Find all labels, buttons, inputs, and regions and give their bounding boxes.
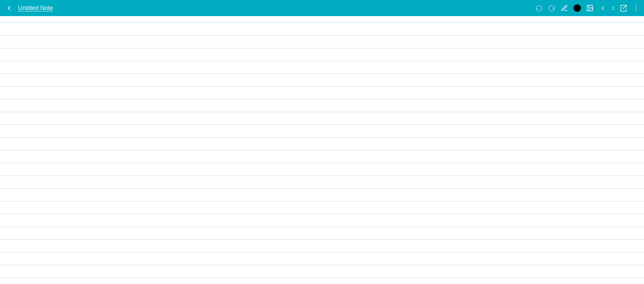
- paper-area[interactable]: [0, 16, 644, 284]
- svg-point-3: [636, 8, 637, 9]
- note-title[interactable]: Untitled Note: [18, 5, 53, 12]
- back-button[interactable]: [4, 3, 14, 13]
- more-options-button[interactable]: [633, 4, 640, 12]
- page-number-label: 1: [612, 5, 614, 11]
- pen-color-button[interactable]: [574, 4, 581, 12]
- svg-point-2: [636, 5, 637, 6]
- svg-point-4: [636, 10, 637, 11]
- more-icon: [633, 4, 640, 12]
- chevron-left-icon: [599, 4, 606, 12]
- redo-icon: [548, 4, 555, 12]
- toolbar-left: Untitled Note: [4, 3, 535, 13]
- redo-button[interactable]: [548, 4, 555, 12]
- pen-button[interactable]: [561, 4, 568, 12]
- lined-paper: [0, 16, 644, 284]
- page-prev-button[interactable]: [599, 4, 606, 12]
- share-button[interactable]: [620, 4, 627, 12]
- toolbar: Untitled Note: [0, 0, 644, 16]
- back-icon: [5, 4, 13, 12]
- pen-icon: [561, 4, 568, 12]
- insert-image-button[interactable]: [586, 4, 594, 12]
- toolbar-right: 1: [535, 4, 640, 12]
- svg-point-1: [589, 6, 590, 7]
- undo-icon: [535, 4, 543, 12]
- undo-button[interactable]: [535, 4, 543, 12]
- share-icon: [620, 4, 627, 12]
- image-icon: [586, 4, 594, 12]
